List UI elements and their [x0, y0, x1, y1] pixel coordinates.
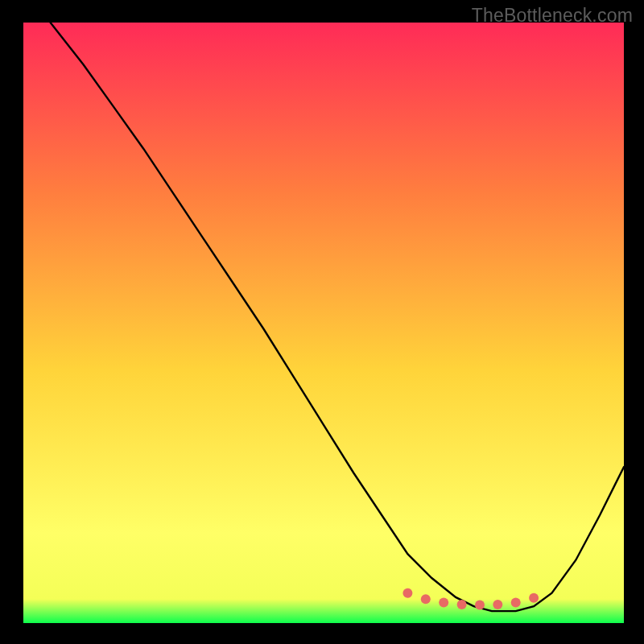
marker-dot	[493, 600, 502, 609]
marker-dot	[511, 598, 521, 608]
marker-dot	[421, 594, 431, 604]
chart-plot-area	[23, 23, 624, 623]
watermark-text: TheBottleneck.com	[472, 5, 633, 27]
marker-dot	[475, 601, 485, 610]
marker-dot	[457, 600, 467, 609]
marker-dot	[529, 593, 539, 603]
gradient-background	[23, 23, 624, 623]
marker-dot	[402, 588, 412, 598]
marker-dot	[439, 598, 448, 608]
